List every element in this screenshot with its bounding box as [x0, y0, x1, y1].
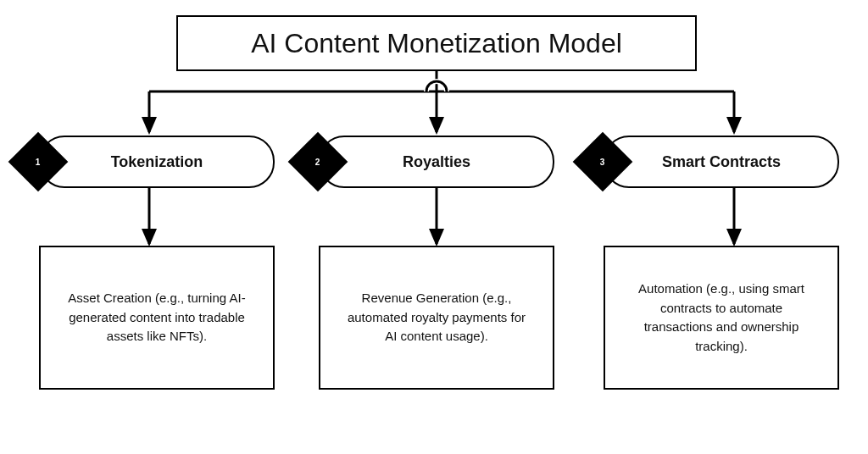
desc-box-tokenization: Asset Creation (e.g., turning AI-generat… — [39, 246, 275, 390]
pill-label: Royalties — [403, 153, 470, 171]
main-title: AI Content Monetization Model — [251, 28, 622, 59]
desc-text: Revenue Generation (e.g., automated roya… — [346, 289, 527, 346]
desc-text: Asset Creation (e.g., turning AI-generat… — [66, 289, 248, 346]
main-title-box: AI Content Monetization Model — [176, 15, 697, 71]
diamond-number: 2 — [315, 158, 320, 167]
pill-royalties: Royalties — [319, 136, 554, 188]
pill-smart-contracts: Smart Contracts — [604, 136, 839, 188]
desc-text: Automation (e.g., using smart contracts … — [631, 280, 812, 356]
pill-label: Smart Contracts — [662, 153, 781, 171]
diamond-number: 1 — [36, 158, 41, 167]
diamond-number: 3 — [600, 158, 605, 167]
pill-label: Tokenization — [111, 153, 203, 171]
desc-box-royalties: Revenue Generation (e.g., automated roya… — [319, 246, 554, 390]
desc-box-smart-contracts: Automation (e.g., using smart contracts … — [604, 246, 839, 390]
pill-tokenization: Tokenization — [39, 136, 275, 188]
